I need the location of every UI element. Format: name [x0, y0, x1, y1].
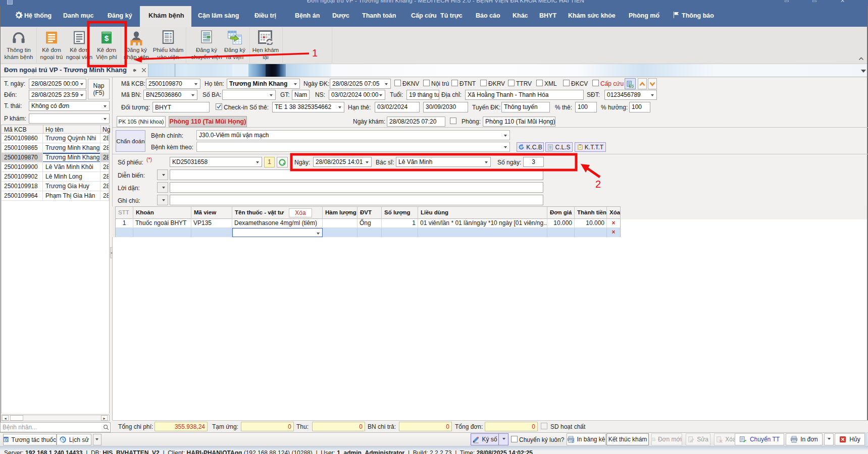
- svg-text:$: $: [105, 34, 109, 42]
